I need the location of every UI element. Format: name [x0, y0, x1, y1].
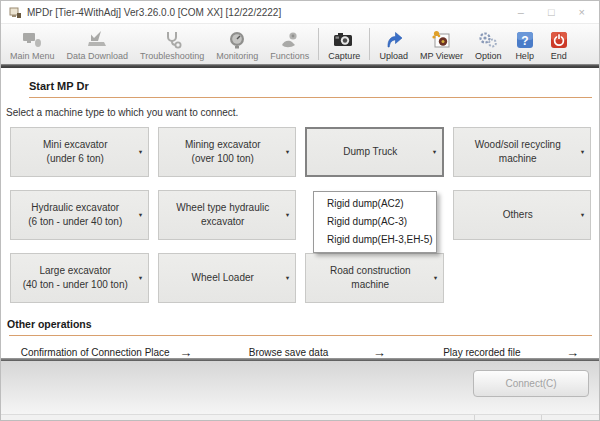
- machine-button-mining-excavator[interactable]: Mining excavator (over 100 ton) ▼: [158, 127, 297, 177]
- machine-button-sublabel: (under 6 ton): [47, 152, 104, 167]
- data-download-icon: [86, 28, 108, 51]
- toolbar-capture[interactable]: Capture: [322, 24, 366, 64]
- toolbar-functions[interactable]: Functions: [264, 24, 315, 64]
- machine-button-label: Wood/soil recycling machine: [460, 138, 577, 167]
- toolbar-monitoring[interactable]: Monitoring: [210, 24, 264, 64]
- link-label: Play recorded file: [402, 347, 562, 358]
- machine-button-large-excavator[interactable]: Large excavator (40 ton - under 100 ton)…: [10, 253, 149, 303]
- machine-button-sublabel: (over 100 ton): [192, 152, 254, 167]
- toolbar-label: MP Viewer: [420, 51, 463, 61]
- dropdown-item-rigid-dump-ac2[interactable]: Rigid dump(AC2): [314, 195, 436, 213]
- toolbar: Main Menu Data Download Troubleshooting …: [1, 23, 599, 64]
- toolbar-separator: [318, 28, 319, 60]
- machine-button-wood-soil-recycling[interactable]: Wood/soil recycling machine ▼: [453, 127, 592, 177]
- monitoring-icon: [226, 28, 248, 51]
- other-operations-title: Other operations: [7, 318, 599, 330]
- machine-button-sublabel: (6 ton - under 40 ton): [28, 215, 122, 230]
- chevron-down-icon[interactable]: ▼: [285, 148, 291, 156]
- dropdown-item-rigid-dump-eh3-eh5[interactable]: Rigid dump(EH-3,EH-5): [314, 231, 436, 249]
- status-bar-divider: [541, 415, 542, 420]
- toolbar-mp-viewer[interactable]: MP Viewer: [414, 24, 469, 64]
- toolbar-label: Functions: [270, 51, 309, 61]
- machine-button-label: Hydraulic excavator: [31, 201, 119, 216]
- mp-viewer-icon: [430, 28, 454, 51]
- machine-button-label: Wheel Loader: [192, 271, 254, 286]
- grid-empty-cell: [453, 253, 592, 303]
- toolbar-label: Monitoring: [216, 51, 258, 61]
- toolbar-option[interactable]: Option: [469, 24, 508, 64]
- machine-button-label: Road construction machine: [312, 264, 429, 293]
- toolbar-main-menu[interactable]: Main Menu: [4, 24, 61, 64]
- app-window: MPDr [Tier-4WithAdj] Ver3.26.0.0 [COM XX…: [0, 0, 600, 421]
- main-content: Start MP Dr Select a machine type to whi…: [1, 80, 599, 371]
- machine-button-label: Dump Truck: [343, 145, 397, 160]
- upload-icon: [383, 28, 405, 51]
- machine-button-wheel-type-hydraulic-excavator[interactable]: Wheel type hydraulic excavator ▼: [158, 190, 297, 240]
- title-bar: MPDr [Tier-4WithAdj] Ver3.26.0.0 [COM XX…: [1, 1, 599, 23]
- chevron-down-icon[interactable]: ▼: [432, 274, 438, 282]
- chevron-down-icon[interactable]: ▼: [285, 211, 291, 219]
- machine-button-hydraulic-excavator[interactable]: Hydraulic excavator (6 ton - under 40 to…: [10, 190, 149, 240]
- accent-rule: [29, 97, 592, 98]
- chevron-down-icon[interactable]: ▼: [137, 274, 143, 282]
- toolbar-label: Option: [475, 51, 502, 61]
- accent-rule: [9, 335, 592, 336]
- instruction-text: Select a machine type to which you want …: [6, 107, 599, 118]
- troubleshooting-icon: [161, 28, 183, 51]
- toolbar-end[interactable]: End: [542, 24, 576, 64]
- maximize-button[interactable]: □: [548, 7, 555, 18]
- close-button[interactable]: ×: [579, 7, 585, 18]
- chevron-down-icon[interactable]: ▼: [580, 148, 586, 156]
- footer-panel: Connect(C): [1, 361, 599, 416]
- chevron-down-icon[interactable]: ▼: [285, 274, 291, 282]
- chevron-down-icon[interactable]: ▼: [137, 211, 143, 219]
- functions-icon: [279, 28, 301, 51]
- window-title: MPDr [Tier-4WithAdj] Ver3.26.0.0 [COM XX…: [27, 7, 281, 18]
- machine-button-wheel-loader[interactable]: Wheel Loader ▼: [158, 253, 297, 303]
- svg-text:?: ?: [521, 34, 528, 48]
- chevron-down-icon[interactable]: ▼: [137, 148, 143, 156]
- help-icon: ?: [514, 28, 536, 51]
- machine-button-label: Wheel type hydraulic excavator: [165, 201, 282, 230]
- machine-type-grid: Mini excavator (under 6 ton) ▼ Mining ex…: [10, 127, 591, 303]
- machine-button-mini-excavator[interactable]: Mini excavator (under 6 ton) ▼: [10, 127, 149, 177]
- toolbar-label: Troubleshooting: [140, 51, 204, 61]
- machine-button-label: Others: [503, 208, 533, 223]
- toolbar-label: Data Download: [67, 51, 129, 61]
- machine-button-label: Large excavator: [39, 264, 111, 279]
- chevron-down-icon[interactable]: ▼: [580, 211, 586, 219]
- chevron-down-icon[interactable]: ▼: [431, 148, 437, 156]
- toolbar-troubleshooting[interactable]: Troubleshooting: [134, 24, 210, 64]
- machine-button-label: Mini excavator: [43, 138, 107, 153]
- toolbar-label: Upload: [379, 51, 408, 61]
- toolbar-bottom-divider: [1, 64, 599, 68]
- machine-button-label: Mining excavator: [185, 138, 261, 153]
- toolbar-label: Main Menu: [10, 51, 55, 61]
- connect-button[interactable]: Connect(C): [473, 370, 589, 397]
- capture-icon: [332, 28, 356, 51]
- status-bar: [1, 414, 599, 420]
- machine-button-road-construction[interactable]: Road construction machine ▼: [305, 253, 444, 303]
- minimize-button[interactable]: –: [518, 7, 524, 18]
- toolbar-upload[interactable]: Upload: [373, 24, 414, 64]
- machine-button-others[interactable]: Others ▼: [453, 190, 592, 240]
- app-icon: [9, 6, 22, 19]
- toolbar-separator: [369, 28, 370, 60]
- toolbar-data-download[interactable]: Data Download: [61, 24, 135, 64]
- link-label: Browse save data: [208, 347, 368, 358]
- dump-truck-dropdown-menu: Rigid dump(AC2) Rigid dump(AC-3) Rigid d…: [313, 191, 437, 253]
- page-title: Start MP Dr: [29, 80, 599, 92]
- end-power-icon: [548, 28, 570, 51]
- toolbar-label: Capture: [328, 51, 360, 61]
- toolbar-label: Help: [515, 51, 534, 61]
- machine-button-sublabel: (40 ton - under 100 ton): [23, 278, 128, 293]
- status-bar-divider: [474, 415, 475, 420]
- toolbar-help[interactable]: ? Help: [508, 24, 542, 64]
- main-menu-icon: [21, 28, 43, 51]
- toolbar-label: End: [551, 51, 567, 61]
- machine-button-dump-truck[interactable]: Dump Truck ▼: [305, 127, 444, 177]
- dropdown-item-rigid-dump-ac3[interactable]: Rigid dump(AC-3): [314, 213, 436, 231]
- link-label: Confirmation of Connection Place: [15, 347, 175, 358]
- option-icon: [477, 28, 499, 51]
